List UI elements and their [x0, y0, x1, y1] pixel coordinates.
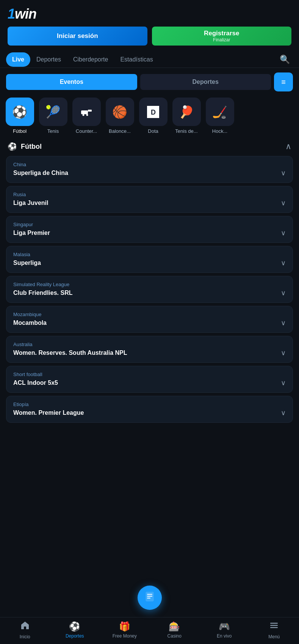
svg-text:D: D [151, 109, 156, 116]
logo: 1win [8, 6, 36, 22]
league-country: Australia [13, 342, 286, 347]
bottom-nav-casino-label: Casino [168, 633, 182, 639]
sport-icon-dota[interactable]: D Dota [138, 98, 168, 134]
league-item[interactable]: Rusia Liga Juvenil ∨ [6, 186, 293, 213]
league-item[interactable]: Simulated Reality League Club Friendlies… [6, 276, 293, 303]
league-name: Liga Premier [13, 230, 50, 236]
svg-rect-1 [88, 110, 92, 112]
league-name: Liga Juvenil [13, 200, 48, 206]
league-item[interactable]: Mozambique Mocambola ∨ [6, 306, 293, 333]
sport-label-hock: Hock... [212, 128, 227, 134]
section-title: ⚽ Fútbol [8, 142, 42, 151]
collapse-section-button[interactable]: ∧ [285, 142, 291, 151]
svg-rect-9 [147, 598, 150, 598]
sub-tab-deportes[interactable]: Deportes [140, 74, 271, 90]
league-item[interactable]: Etiopía Women. Premier League ∨ [6, 396, 293, 423]
chevron-down-icon: ∨ [281, 379, 286, 387]
filter-icon: ≡ [281, 78, 286, 87]
bottom-nav-inicio[interactable]: Inicio [10, 620, 40, 639]
bottom-nav-en-vivo-label: En vivo [217, 633, 232, 639]
league-name-row: Women. Reserves. South Australia NPL ∨ [13, 349, 286, 357]
chevron-down-icon: ∨ [281, 349, 286, 357]
chevron-down-icon: ∨ [281, 259, 286, 267]
sport-icon-hock[interactable]: 🏒 Hock... [205, 98, 235, 134]
sport-icon-futbol[interactable]: ⚽ Fútbol [5, 98, 35, 134]
live-icon: 🎮 [219, 621, 230, 632]
sport-icon-tenis[interactable]: 🎾 Tenis [38, 98, 68, 134]
sport-label-counter: Counter... [76, 128, 97, 134]
league-country: Singapur [13, 222, 286, 227]
register-button[interactable]: Registrarse Finalizar [152, 27, 292, 46]
bottom-nav-deportes[interactable]: ⚽ Deportes [59, 621, 90, 639]
sport-icon-balonce[interactable]: 🏀 Balonce... [105, 98, 135, 134]
bottom-nav-deportes-label: Deportes [66, 633, 84, 639]
league-name: Women. Premier League [13, 409, 84, 416]
sport-icon-counter[interactable]: Counter... [71, 98, 102, 134]
svg-rect-8 [147, 596, 152, 597]
sport-icon-tenis-de[interactable]: 🏓 Tenis de... [171, 98, 202, 134]
league-item[interactable]: Australia Women. Reserves. South Austral… [6, 336, 293, 363]
nav-tab-estadisticas[interactable]: Estadísticas [114, 52, 159, 67]
chevron-down-icon: ∨ [281, 229, 286, 237]
section-header: ⚽ Fútbol ∧ [0, 142, 299, 156]
casino-icon: 🎰 [169, 621, 180, 632]
league-item[interactable]: China Superliga de China ∨ [6, 156, 293, 183]
nav-tab-deportes[interactable]: Deportes [30, 52, 67, 67]
section-football-icon: ⚽ [8, 142, 17, 151]
logo-one: 1 [8, 6, 15, 22]
sport-label-futbol: Fútbol [13, 128, 27, 134]
sub-tab-eventos[interactable]: Eventos [6, 74, 137, 90]
league-country: China [13, 162, 286, 167]
bottom-nav-menu[interactable]: Menú [259, 620, 289, 639]
sport-icon-box-balonce: 🏀 [106, 98, 134, 126]
league-name-row: Liga Premier ∨ [13, 229, 286, 237]
nav-tab-live[interactable]: Live [6, 52, 30, 67]
filter-button[interactable]: ≡ [274, 72, 293, 91]
league-name: Mocambola [13, 320, 47, 326]
section-title-text: Fútbol [21, 143, 42, 151]
league-name-row: Liga Juvenil ∨ [13, 199, 286, 207]
svg-point-2 [83, 114, 85, 116]
league-name: Superliga [13, 260, 41, 266]
league-name: Superliga de China [13, 170, 68, 176]
login-button[interactable]: Iniciar sesión [8, 27, 147, 46]
league-country: Short football [13, 372, 286, 377]
chevron-down-icon: ∨ [281, 319, 286, 327]
league-item[interactable]: Malasia Superliga ∨ [6, 246, 293, 273]
auth-buttons: Iniciar sesión Registrarse Finalizar [0, 27, 299, 52]
sport-icon-box-counter [72, 98, 101, 126]
register-label: Registrarse [204, 30, 240, 37]
bottom-nav-free-money-label: Free Money [113, 633, 137, 639]
league-name-row: Mocambola ∨ [13, 319, 286, 327]
league-country: Rusia [13, 192, 286, 197]
league-country: Malasia [13, 252, 286, 257]
league-item[interactable]: Short football ACL Indoor 5x5 ∨ [6, 366, 293, 393]
nav-tab-ciberdeporte[interactable]: Ciberdeporte [67, 52, 114, 67]
bottom-nav-casino[interactable]: 🎰 Casino [159, 621, 189, 639]
chevron-down-icon: ∨ [281, 289, 286, 297]
bottom-nav-free-money[interactable]: 🎁 Free Money [110, 621, 140, 639]
league-item[interactable]: Singapur Liga Premier ∨ [6, 216, 293, 243]
floating-bet-button[interactable] [138, 586, 162, 610]
league-country: Etiopía [13, 402, 286, 407]
chevron-down-icon: ∨ [281, 199, 286, 207]
league-name-row: Club Friendlies. SRL ∨ [13, 289, 286, 297]
sport-icon-box-dota: D [139, 98, 168, 126]
search-icon[interactable]: 🔍 [277, 52, 293, 68]
league-country: Mozambique [13, 312, 286, 317]
svg-rect-12 [270, 627, 278, 628]
menu-icon [269, 620, 279, 633]
gift-icon: 🎁 [119, 621, 130, 632]
register-sub: Finalizar [213, 37, 230, 43]
svg-rect-11 [270, 625, 278, 626]
sport-label-dota: Dota [148, 128, 158, 134]
bottom-nav-en-vivo[interactable]: 🎮 En vivo [209, 621, 240, 639]
league-country: Simulated Reality League [13, 282, 286, 287]
svg-rect-0 [81, 110, 88, 114]
league-name: Club Friendlies. SRL [13, 290, 72, 296]
bottom-nav: Inicio ⚽ Deportes 🎁 Free Money 🎰 Casino … [0, 617, 299, 644]
sport-label-balonce: Balonce... [109, 128, 131, 134]
sport-label-tenis: Tenis [47, 128, 59, 134]
league-name: ACL Indoor 5x5 [13, 379, 58, 386]
bottom-nav-menu-label: Menú [268, 634, 280, 639]
